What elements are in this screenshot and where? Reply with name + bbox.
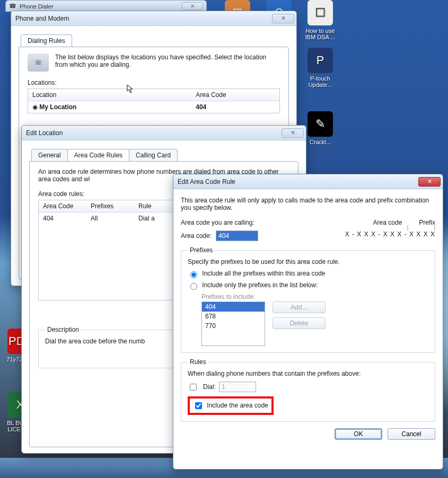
tab-area-code-rules[interactable]: Area Code Rules [67,149,129,161]
desktop-icon-label: How to use IBM DSA ... [305,28,336,40]
phone-and-modem-tabstrip: Dialing Rules [21,34,289,47]
list-item[interactable]: 678 [202,312,265,321]
phone-device-icon: ☏ [28,54,49,72]
area-code-calling-label: Area code you are calling: [181,219,335,226]
mouse-cursor-icon [127,84,134,94]
prefixes-spec: Specify the prefixes to be used for this… [188,258,428,265]
rules-when: When dialing phone numbers that contain … [188,370,428,377]
desktop-icon[interactable]: ☐ How to use IBM DSA ... [300,0,340,40]
desktop-icon[interactable]: P P-touch Update... [300,48,340,88]
edit-location-tabstrip: General Area Code Rules Calling Card [31,149,298,161]
add-button[interactable]: Add... [273,302,326,313]
phone-icon: ☎ [9,3,16,10]
location-areacode: 404 [196,103,206,111]
dial-label: Dial: [203,383,216,391]
delete-button[interactable]: Delete [273,317,326,329]
tab-general[interactable]: General [31,149,68,161]
desktop-icon-label: P-touch Update... [309,75,332,88]
diagram-mask: X - X X X - X X X - X X X X [345,231,435,238]
edit-rule-intro: This area code rule will only apply to c… [181,197,435,211]
include-area-code-checkbox[interactable] [195,402,202,409]
diagram-tick-icon: | [407,226,409,229]
include-area-code-option[interactable]: Include the area code [193,402,268,409]
rules-legend: Rules [188,358,208,366]
locations-col-location[interactable]: Location [28,89,192,101]
phone-dialer-window-title: ☎ Phone Dialer ✕ [5,0,207,12]
edit-location-title: Edit Location [26,129,282,137]
diagram-ac-label: Area code [373,219,402,226]
edit-area-code-rule-window: Edit Area Code Rule ✕ This area code rul… [173,174,443,470]
phone-and-modem-intro: The list below displays the locations yo… [55,54,280,68]
diagram-tick-icon: | [434,226,435,229]
ok-button[interactable]: OK [335,428,382,440]
phone-and-modem-title: Phone and Modem [15,15,272,22]
include-area-code-highlight: Include the area code [188,396,274,415]
list-item[interactable]: 770 [202,321,265,331]
dial-input[interactable] [219,382,256,392]
prefixes-legend: Prefixes [188,246,215,254]
locations-col-areacode[interactable]: Area Code [191,89,279,101]
area-code-label: Area code: [181,232,212,240]
area-code-input[interactable] [216,231,258,241]
table-row[interactable]: ◉ My Location 404 [28,101,280,113]
close-icon[interactable]: ✕ [272,14,294,23]
close-icon[interactable]: ✕ [182,2,203,10]
ptouch-icon: P [308,48,333,73]
edit-rule-titlebar[interactable]: Edit Area Code Rule ✕ [173,174,443,189]
radio-include-all[interactable]: Include all the prefixes within this are… [188,270,325,277]
phone-and-modem-titlebar[interactable]: Phone and Modem ✕ [11,11,296,26]
tab-dialing-rules[interactable]: Dialing Rules [21,34,72,47]
cell-areacode: 404 [39,213,86,225]
rules-group: Rules When dialing phone numbers that co… [181,358,435,422]
description-legend: Description [45,326,81,333]
crackl-icon: ✎ [308,111,333,137]
prefixes-listbox[interactable]: 404 678 770 [201,302,265,346]
close-icon[interactable]: ✕ [418,177,441,187]
prefixes-group: Prefixes Specify the prefixes to be used… [181,246,435,353]
edit-rule-title: Edit Area Code Rule [178,178,418,185]
radio-include-all-input[interactable] [190,271,197,278]
edit-location-titlebar[interactable]: Edit Location ✕ [22,126,306,140]
close-icon[interactable]: ✕ [282,128,304,138]
radio-include-list-input[interactable] [190,283,197,290]
dial-checkbox[interactable] [190,384,197,391]
radio-include-list[interactable]: Include only the prefixes in the list be… [188,281,318,289]
diagram-pf-label: Prefix [419,219,435,226]
location-name: My Location [39,103,76,111]
col-area-code[interactable]: Area Code [39,200,86,213]
doc-icon: ☐ [308,0,333,25]
radio-selected-icon: ◉ [32,103,39,111]
locations-label: Locations: [28,79,280,86]
col-prefixes[interactable]: Prefixes [86,200,134,213]
tab-calling-card[interactable]: Calling Card [129,149,178,161]
desktop-icon-label: Crackl... [310,139,331,145]
radio-include-all-label: Include all the prefixes within this are… [202,270,325,277]
prefixes-to-include-label: Prefixes to include: [201,293,428,300]
include-area-code-label: Include the area code [207,402,268,409]
list-item[interactable]: 404 [202,302,265,312]
phone-dialer-title-text: Phone Dialer [20,3,54,10]
cell-prefixes: All [86,213,134,225]
locations-table[interactable]: Location Area Code ◉ My Location 404 [28,88,280,113]
cancel-button[interactable]: Cancel [388,428,435,440]
radio-include-list-label: Include only the prefixes in the list be… [202,281,318,289]
